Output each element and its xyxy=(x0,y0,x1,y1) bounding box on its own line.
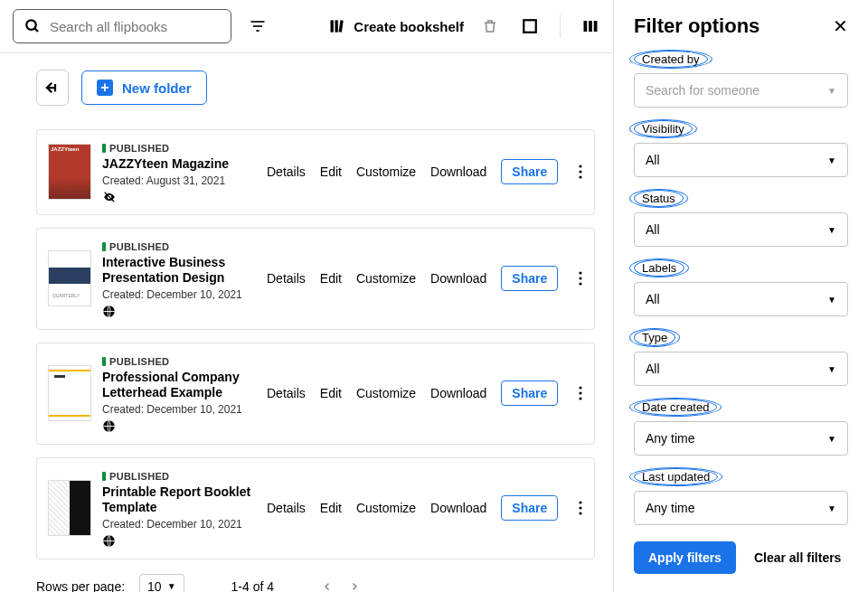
svg-rect-9 xyxy=(584,21,588,32)
pager: Rows per page: 10 ▼ 1-4 of 4 xyxy=(36,559,595,593)
edit-link[interactable]: Edit xyxy=(320,386,342,400)
svg-rect-6 xyxy=(335,20,338,32)
view-card-icon[interactable] xyxy=(520,16,540,36)
create-bookshelf-label: Create bookshelf xyxy=(354,19,464,34)
details-link[interactable]: Details xyxy=(267,271,306,286)
filter-group: Status All ▼ xyxy=(634,190,848,247)
customize-link[interactable]: Customize xyxy=(356,164,416,179)
filter-value: All xyxy=(646,153,660,167)
trash-icon[interactable] xyxy=(480,16,500,36)
create-bookshelf-button[interactable]: Create bookshelf xyxy=(328,17,464,35)
apply-filters-button[interactable]: Apply filters xyxy=(634,541,736,574)
filter-label: Visibility xyxy=(634,120,693,137)
rows-per-page-label: Rows per page: xyxy=(36,579,125,593)
books-icon xyxy=(328,17,346,35)
svg-point-26 xyxy=(580,506,582,509)
status-badge: PUBLISHED xyxy=(102,356,169,367)
filter-select[interactable]: All ▼ xyxy=(634,143,848,177)
edit-link[interactable]: Edit xyxy=(320,164,342,179)
caret-down-icon: ▼ xyxy=(827,434,836,444)
filter-group: Visibility All ▼ xyxy=(634,120,848,177)
details-link[interactable]: Details xyxy=(267,501,306,515)
toolbar: Create bookshelf xyxy=(0,0,613,53)
row-title[interactable]: Printable Report Booklet Template xyxy=(102,484,256,516)
hidden-icon xyxy=(102,191,256,203)
svg-rect-7 xyxy=(339,20,344,33)
filter-select[interactable]: Search for someone ▼ xyxy=(634,73,848,108)
filter-value: Any time xyxy=(646,431,694,446)
thumbnail[interactable]: QUARTERLY xyxy=(48,250,91,306)
caret-down-icon: ▼ xyxy=(827,364,836,374)
customize-link[interactable]: Customize xyxy=(356,271,416,286)
share-button[interactable]: Share xyxy=(501,159,558,184)
row-created: Created: August 31, 2021 xyxy=(102,174,256,187)
more-icon[interactable] xyxy=(572,271,589,286)
download-link[interactable]: Download xyxy=(430,164,486,179)
svg-point-22 xyxy=(580,391,582,394)
pager-prev[interactable] xyxy=(322,580,333,593)
search-box[interactable] xyxy=(13,9,231,43)
columns-icon[interactable] xyxy=(580,16,600,36)
pager-range: 1-4 of 4 xyxy=(231,579,274,593)
svg-point-25 xyxy=(580,501,582,503)
filter-select[interactable]: All ▼ xyxy=(634,212,848,247)
details-link[interactable]: Details xyxy=(267,164,306,179)
filter-select[interactable]: Any time ▼ xyxy=(634,421,848,456)
globe-icon xyxy=(102,534,256,548)
filter-label: Last updated xyxy=(634,468,718,485)
download-link[interactable]: Download xyxy=(430,271,486,286)
filter-select[interactable]: Any time ▼ xyxy=(634,491,848,525)
download-link[interactable]: Download xyxy=(430,501,486,515)
details-link[interactable]: Details xyxy=(267,386,306,400)
filter-group: Date created Any time ▼ xyxy=(634,399,848,456)
svg-point-23 xyxy=(580,397,582,399)
svg-rect-10 xyxy=(589,21,592,32)
clear-filters-link[interactable]: Clear all filters xyxy=(754,550,842,565)
edit-link[interactable]: Edit xyxy=(320,501,342,515)
status-badge: PUBLISHED xyxy=(102,241,169,252)
rows-per-page-select[interactable]: 10 ▼ xyxy=(139,574,184,593)
filter-value: Search for someone xyxy=(646,83,760,98)
more-icon[interactable] xyxy=(572,386,589,400)
svg-rect-8 xyxy=(524,20,536,33)
row-created: Created: December 10, 2021 xyxy=(102,288,256,301)
search-input[interactable] xyxy=(50,19,222,34)
divider xyxy=(560,14,561,38)
svg-rect-11 xyxy=(594,21,598,32)
filter-label: Status xyxy=(634,190,684,207)
edit-link[interactable]: Edit xyxy=(320,271,342,286)
customize-link[interactable]: Customize xyxy=(356,386,416,400)
share-button[interactable]: Share xyxy=(501,266,558,291)
pager-next[interactable] xyxy=(349,580,360,593)
plus-icon: + xyxy=(97,80,113,96)
share-button[interactable]: Share xyxy=(501,495,558,521)
filter-value: All xyxy=(646,222,660,237)
caret-down-icon: ▼ xyxy=(167,581,176,591)
filter-title: Filter options xyxy=(634,14,760,38)
svg-point-0 xyxy=(26,20,36,30)
new-folder-label: New folder xyxy=(122,80,192,96)
new-folder-button[interactable]: + New folder xyxy=(81,70,207,105)
filter-group: Last updated Any time ▼ xyxy=(634,468,848,525)
filter-select[interactable]: All ▼ xyxy=(634,282,848,316)
back-button[interactable] xyxy=(36,70,69,106)
filter-icon[interactable] xyxy=(248,16,268,36)
filter-label: Date created xyxy=(634,399,717,416)
thumbnail[interactable] xyxy=(48,480,91,536)
filter-label: Labels xyxy=(634,259,684,277)
row-title[interactable]: Professional Company Letterhead Example xyxy=(102,370,256,401)
share-button[interactable]: Share xyxy=(501,381,558,406)
more-icon[interactable] xyxy=(572,164,589,179)
more-icon[interactable] xyxy=(572,501,589,515)
thumbnail[interactable] xyxy=(48,365,91,421)
caret-down-icon: ▼ xyxy=(827,295,836,305)
rows-list: JAZZYteen PUBLISHED JAZZYteen Magazine C… xyxy=(36,129,595,559)
close-icon[interactable]: ✕ xyxy=(833,17,848,35)
row-title[interactable]: JAZZYteen Magazine xyxy=(102,156,256,173)
row-created: Created: December 10, 2021 xyxy=(102,518,256,531)
customize-link[interactable]: Customize xyxy=(356,501,416,515)
filter-select[interactable]: All ▼ xyxy=(634,352,848,386)
thumbnail[interactable]: JAZZYteen xyxy=(48,144,91,200)
row-title[interactable]: Interactive Business Presentation Design xyxy=(102,255,256,287)
download-link[interactable]: Download xyxy=(430,386,486,400)
